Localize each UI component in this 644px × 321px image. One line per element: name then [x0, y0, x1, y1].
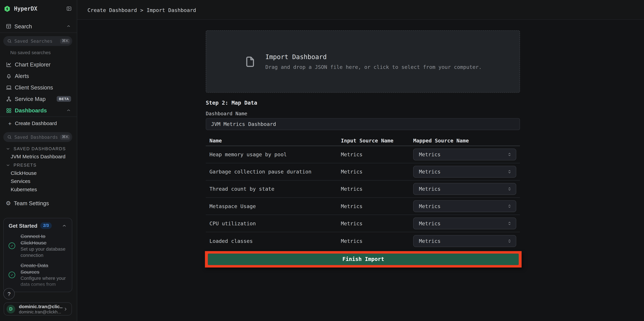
bell-icon [6, 73, 12, 79]
row-input-source: Metrics [341, 238, 413, 244]
table-row: Loaded classesMetricsMetrics [206, 232, 520, 250]
breadcrumb-item[interactable]: Create Dashboard [88, 7, 137, 13]
mapped-source-select[interactable]: Metrics [413, 200, 516, 212]
select-value: Metrics [419, 220, 507, 227]
task-text: Connect to ClickHouseSet up your databas… [20, 233, 67, 259]
dropzone-inner: Import Dashboard Drag and drop a JSON fi… [244, 53, 482, 70]
sidebar-section-search[interactable]: Search [0, 22, 77, 30]
row-mapped-source-cell: Metrics [413, 217, 520, 229]
get-started-title: Get Started [8, 223, 37, 229]
get-started-task-connect-to-clickhouse[interactable]: Connect to ClickHouseSet up your databas… [8, 233, 67, 259]
mapped-source-select[interactable]: Metrics [413, 183, 516, 195]
nav-label: Client Sessions [15, 84, 71, 90]
row-name: Metaspace Usage [206, 203, 341, 209]
mapped-source-select[interactable]: Metrics [413, 235, 516, 247]
dashboard-name-input[interactable]: JVM Metrics Dashboard [206, 118, 520, 130]
nav-label: Alerts [15, 73, 71, 79]
user-name: dominic.tran@clic... [19, 304, 63, 309]
create-dashboard-button[interactable]: + Create Dashboard [0, 120, 77, 127]
breadcrumb: Create Dashboard>Import Dashboard [88, 0, 196, 20]
sidebar-item-services[interactable]: Services [0, 177, 77, 185]
chevron-up-icon [66, 108, 71, 113]
gear-icon: ⚙ [6, 200, 11, 206]
group-label-text: PRESETS [14, 163, 36, 167]
col-name: Name [206, 137, 341, 143]
select-updown-icon [507, 238, 512, 244]
app-title: HyperDX [14, 5, 66, 12]
sidebar-item-dashboards[interactable]: Dashboards [0, 105, 77, 116]
row-name: CPU utilization [206, 220, 341, 227]
chevron-up-icon [62, 223, 67, 228]
chevron-up-icon [66, 24, 71, 29]
saved-dashboards-input[interactable]: Saved Dashboards ⌘K [3, 132, 72, 142]
task-text: Add DataStart sending logs, metrics, or … [20, 291, 60, 292]
table-row: Garbage collection pause durationMetrics… [206, 163, 520, 181]
dropzone-text: Import Dashboard Drag and drop a JSON fi… [266, 53, 482, 70]
row-name: Heap memory usage by pool [206, 151, 341, 157]
table-row: Metaspace UsageMetricsMetrics [206, 198, 520, 215]
row-input-source: Metrics [341, 169, 413, 175]
get-started-tasks: Connect to ClickHouseSet up your databas… [4, 231, 72, 292]
dropzone-subtitle: Drag and drop a JSON file here, or click… [266, 64, 482, 70]
saved-searches-placeholder: Saved Searches [14, 38, 60, 44]
hyperdx-logo-icon [4, 5, 11, 12]
group-label-presets[interactable]: PRESETS [0, 161, 77, 169]
sidebar-item-team-settings[interactable]: ⚙ Team Settings [0, 200, 77, 207]
group-label-saved-dashboards[interactable]: SAVED DASHBOARDS [0, 144, 77, 153]
table-row: CPU utilizationMetricsMetrics [206, 215, 520, 232]
search-icon [7, 39, 12, 43]
nav-label: Chart Explorer [15, 61, 71, 67]
search-section-label: Search [14, 23, 66, 29]
dropzone-title: Import Dashboard [266, 53, 482, 61]
mapped-source-select[interactable]: Metrics [413, 166, 516, 178]
sidebar-item-chart-explorer[interactable]: Chart Explorer [0, 59, 77, 70]
mapping-table: Name Input Source Name Mapped Source Nam… [206, 135, 520, 250]
table-header: Name Input Source Name Mapped Source Nam… [206, 135, 520, 146]
col-input-source: Input Source Name [341, 137, 413, 143]
breadcrumb-item[interactable]: Import Dashboard [147, 7, 196, 13]
row-mapped-source-cell: Metrics [413, 235, 520, 247]
import-dropzone[interactable]: Import Dashboard Drag and drop a JSON fi… [206, 30, 520, 93]
saved-searches-input[interactable]: Saved Searches ⌘K [3, 36, 72, 46]
sidebar-item-service-map[interactable]: Service MapBETA [0, 93, 77, 105]
table-row: Thread count by stateMetricsMetrics [206, 181, 520, 198]
row-mapped-source-cell: Metrics [413, 166, 520, 178]
divider [0, 116, 77, 117]
group-item-label: JVM Metrics Dashboard [11, 154, 66, 160]
sidebar-item-jvm-metrics-dashboard[interactable]: JVM Metrics Dashboard [0, 153, 77, 161]
get-started-header[interactable]: Get Started 2/3 [4, 218, 72, 231]
mapped-source-select[interactable]: Metrics [413, 217, 516, 229]
service-map-icon [6, 96, 12, 102]
sidebar-item-alerts[interactable]: Alerts [0, 70, 77, 82]
table-row: Heap memory usage by poolMetricsMetrics [206, 146, 520, 163]
user-menu[interactable]: D dominic.tran@clic... dominic.tran@clic… [4, 303, 72, 316]
row-name: Thread count by state [206, 186, 341, 192]
create-dashboard-label: Create Dashboard [15, 121, 57, 126]
group-item-label: Kubernetes [11, 187, 37, 192]
help-button[interactable]: ? [3, 288, 15, 300]
chevron-down-icon [6, 163, 10, 167]
shortcut-badge: ⌘K [60, 38, 70, 44]
group-item-label: Services [11, 179, 30, 184]
col-mapped-source: Mapped Source Name [413, 137, 520, 143]
table-body: Heap memory usage by poolMetricsMetricsG… [206, 146, 520, 250]
avatar: D [6, 305, 15, 313]
row-mapped-source-cell: Metrics [413, 200, 520, 212]
sidebar-collapse-button[interactable] [66, 6, 72, 11]
get-started-task-create-data-sources[interactable]: Create Data SourcesConfigure where your … [8, 262, 67, 288]
mapped-source-select[interactable]: Metrics [413, 149, 516, 160]
main-area: Create Dashboard>Import Dashboard Import… [77, 0, 644, 321]
shortcut-badge: ⌘K [60, 134, 70, 140]
select-value: Metrics [419, 238, 507, 244]
sidebar-item-client-sessions[interactable]: Client Sessions [0, 82, 77, 93]
sidebar-nav: Chart ExplorerAlertsClient SessionsServi… [0, 59, 77, 116]
sidebar-item-clickhouse[interactable]: ClickHouse [0, 169, 77, 177]
file-icon [244, 54, 256, 69]
chart-explorer-icon [6, 61, 12, 67]
finish-import-button[interactable]: Finish Import [208, 254, 519, 265]
sidebar-item-kubernetes[interactable]: Kubernetes [0, 185, 77, 194]
user-text: dominic.tran@clic... dominic.tran@clickh… [19, 304, 63, 314]
row-input-source: Metrics [341, 186, 413, 192]
select-updown-icon [507, 152, 512, 157]
get-started-task-add-data[interactable]: Add DataStart sending logs, metrics, or … [8, 291, 67, 292]
